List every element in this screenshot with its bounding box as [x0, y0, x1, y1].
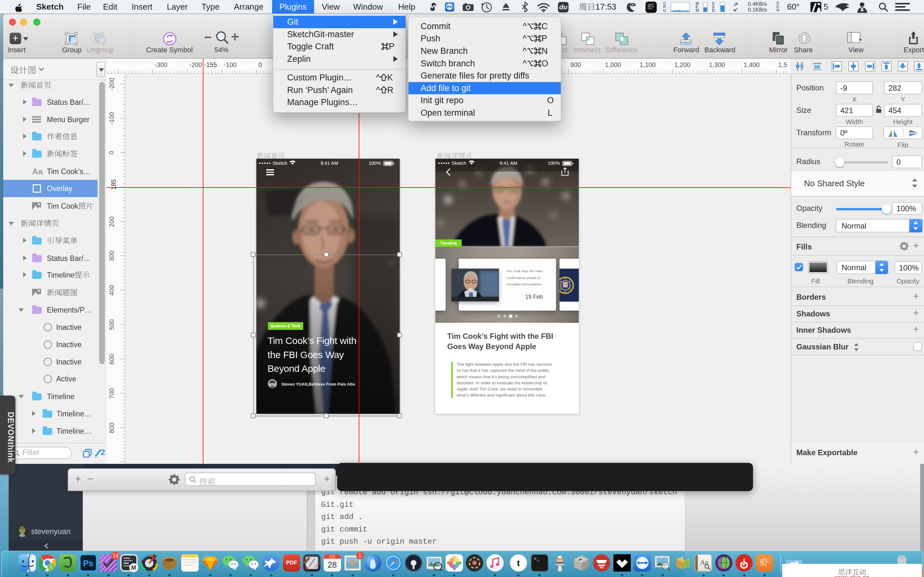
svg-text:1: 1: [50, 564, 52, 569]
